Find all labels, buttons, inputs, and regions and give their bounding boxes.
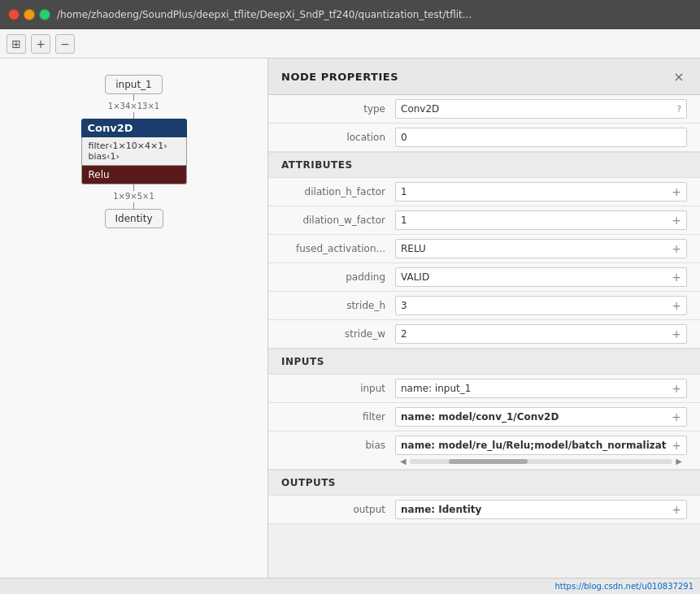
properties-panel: NODE PROPERTIES × type Conv2D ? location… xyxy=(268,59,700,578)
filter-label: filter xyxy=(281,411,395,423)
close-button[interactable] xyxy=(8,9,20,20)
location-value-box: 0 xyxy=(395,128,687,147)
main-content: input_1 1×34×13×1 Conv2D filter‹1×10×4×1… xyxy=(0,59,700,578)
stride-w-expand-button[interactable]: + xyxy=(672,327,681,340)
bias-row: bias name: model/re_lu/Relu;model/batch_… xyxy=(268,431,700,470)
input-node[interactable]: input_1 xyxy=(105,75,163,94)
zoom-out-icon: − xyxy=(60,37,70,50)
padding-expand-button[interactable]: + xyxy=(672,271,681,284)
inputs-section-header: INPUTS xyxy=(268,349,700,375)
filter-expand-button[interactable]: + xyxy=(672,410,681,423)
stride-w-label: stride_w xyxy=(281,328,395,340)
input-row: input name: input_1 + xyxy=(268,375,700,403)
fused-value-box: RELU + xyxy=(395,239,687,258)
input-label: input xyxy=(281,383,395,394)
padding-value-box: VALID + xyxy=(395,267,687,287)
properties-header: NODE PROPERTIES × xyxy=(268,59,700,95)
edge-1: 1×34×13×1 xyxy=(108,94,159,119)
dilation-h-label: dilation_h_factor xyxy=(281,186,395,197)
stride-h-expand-button[interactable]: + xyxy=(672,299,681,312)
statusbar-link[interactable]: https://blog.csdn.net/u010837291 xyxy=(554,582,693,591)
type-row: type Conv2D ? xyxy=(268,95,700,124)
stride-h-label: stride_h xyxy=(281,300,395,311)
graph-canvas: input_1 1×34×13×1 Conv2D filter‹1×10×4×1… xyxy=(0,59,267,578)
relu-node[interactable]: Relu xyxy=(81,166,187,184)
dilation-w-label: dilation_w_factor xyxy=(281,215,395,226)
scroll-track[interactable] xyxy=(410,459,673,464)
dilation-h-row: dilation_h_factor 1 + xyxy=(268,178,700,206)
scroll-right-arrow[interactable]: ▶ xyxy=(676,457,682,466)
titlebar: /home/zhaodeng/SoundPlus/deepxi_tflite/D… xyxy=(0,0,700,29)
graph-panel: input_1 1×34×13×1 Conv2D filter‹1×10×4×1… xyxy=(0,59,268,578)
dilation-h-expand-button[interactable]: + xyxy=(672,185,681,198)
output-value: name: Identity xyxy=(401,504,672,515)
dilation-w-value: 1 xyxy=(401,215,672,226)
statusbar: https://blog.csdn.net/u010837291 xyxy=(0,578,700,594)
type-hint: ? xyxy=(676,104,681,115)
input-value: name: input_1 xyxy=(401,383,672,394)
output-value-box: name: Identity + xyxy=(395,500,687,519)
maximize-button[interactable] xyxy=(39,9,50,20)
type-label: type xyxy=(281,103,395,115)
window-title: /home/zhaodeng/SoundPlus/deepxi_tflite/D… xyxy=(57,9,692,20)
bias-value-box: name: model/re_lu/Relu;model/batch_norma… xyxy=(395,436,687,455)
stride-h-row: stride_h 3 + xyxy=(268,292,700,320)
zoom-in-button[interactable]: + xyxy=(31,34,50,54)
fused-activation-row: fused_activation... RELU + xyxy=(268,235,700,263)
stride-h-value: 3 xyxy=(401,300,672,311)
fused-label: fused_activation... xyxy=(281,243,395,254)
conv2d-node[interactable]: Conv2D filter‹1×10×4×1› bias‹1› Relu xyxy=(81,119,187,184)
bias-scrollbar: ◀ ▶ xyxy=(395,457,687,466)
scroll-left-arrow[interactable]: ◀ xyxy=(400,457,407,466)
dilation-w-row: dilation_w_factor 1 + xyxy=(268,206,700,235)
fused-expand-button[interactable]: + xyxy=(672,242,681,255)
input-expand-button[interactable]: + xyxy=(672,382,681,395)
dilation-w-expand-button[interactable]: + xyxy=(672,214,681,227)
zoom-in-icon: + xyxy=(36,37,46,50)
padding-row: padding VALID + xyxy=(268,263,700,292)
toolbar: ⊞ + − xyxy=(0,29,700,59)
filter-value: name: model/conv_1/Conv2D xyxy=(401,411,672,423)
zoom-fit-button[interactable]: ⊞ xyxy=(7,34,26,54)
output-row: output name: Identity + xyxy=(268,496,700,524)
type-value: Conv2D xyxy=(401,103,676,115)
dilation-w-value-box: 1 + xyxy=(395,210,687,230)
dilation-h-value: 1 xyxy=(401,186,672,197)
bias-value: name: model/re_lu/Relu;model/batch_norma… xyxy=(401,440,672,451)
conv2d-body: filter‹1×10×4×1› bias‹1› xyxy=(81,137,187,166)
stride-w-row: stride_w 2 + xyxy=(268,320,700,349)
output-label: output xyxy=(281,504,395,515)
bias-expand-button[interactable]: + xyxy=(672,439,681,452)
conv2d-header: Conv2D xyxy=(81,119,187,137)
filter-row: filter name: model/conv_1/Conv2D + xyxy=(268,403,700,431)
stride-w-value-box: 2 + xyxy=(395,324,687,344)
bias-label: bias xyxy=(281,440,395,451)
identity-node[interactable]: Identity xyxy=(105,209,163,228)
padding-value: VALID xyxy=(401,271,672,283)
zoom-out-button[interactable]: − xyxy=(55,34,75,54)
window-controls xyxy=(8,9,50,20)
attributes-section-header: ATTRIBUTES xyxy=(268,152,700,178)
edge-2: 1×9×5×1 xyxy=(113,184,154,209)
location-value: 0 xyxy=(401,132,681,143)
location-label: location xyxy=(281,132,395,143)
stride-w-value: 2 xyxy=(401,328,672,340)
scroll-thumb xyxy=(449,459,528,464)
stride-h-value-box: 3 + xyxy=(395,296,687,315)
minimize-button[interactable] xyxy=(24,9,35,20)
outputs-section-header: OUTPUTS xyxy=(268,470,700,496)
input-value-box: name: input_1 + xyxy=(395,379,687,398)
type-value-box: Conv2D ? xyxy=(395,99,687,119)
properties-close-button[interactable]: × xyxy=(671,68,687,85)
zoom-fit-icon: ⊞ xyxy=(11,37,21,50)
output-expand-button[interactable]: + xyxy=(672,503,681,516)
dilation-h-value-box: 1 + xyxy=(395,182,687,202)
filter-value-box: name: model/conv_1/Conv2D + xyxy=(395,407,687,427)
fused-value: RELU xyxy=(401,243,672,254)
properties-title: NODE PROPERTIES xyxy=(281,71,398,83)
location-row: location 0 xyxy=(268,124,700,152)
padding-label: padding xyxy=(281,271,395,283)
